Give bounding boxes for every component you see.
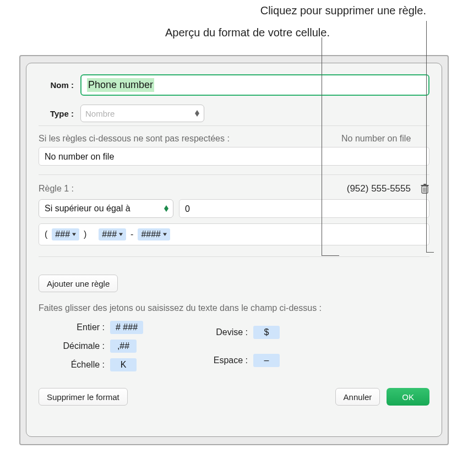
- integer-label: Entier :: [39, 322, 105, 332]
- callout-leader: [322, 255, 339, 256]
- token-text: ####: [141, 229, 161, 239]
- divider: [39, 174, 429, 175]
- format-field[interactable]: ( ### ) ### - ####: [39, 223, 429, 245]
- delete-format-button[interactable]: Supprimer le format: [39, 388, 128, 406]
- literal-text: -: [130, 229, 133, 239]
- name-input[interactable]: Phone number: [80, 74, 429, 96]
- threshold-input[interactable]: 0: [179, 199, 429, 218]
- callout-format-preview: Aperçu du format de votre cellule.: [165, 26, 330, 39]
- type-label: Type :: [39, 109, 74, 118]
- currency-label: Devise :: [182, 327, 248, 337]
- svg-marker-10: [72, 233, 76, 236]
- svg-marker-12: [163, 233, 167, 236]
- format-token[interactable]: ####: [138, 228, 170, 240]
- callout-leader: [426, 21, 427, 252]
- rule-preview: (952) 555-5555: [347, 183, 411, 194]
- svg-marker-1: [195, 113, 199, 117]
- unmatched-preview: No number on file: [341, 134, 429, 144]
- chevron-down-icon: [72, 232, 76, 237]
- callout-delete-rule: Cliquez pour supprimer une règle.: [260, 4, 426, 17]
- unmatched-input[interactable]: No number on file: [39, 147, 429, 166]
- chevron-up-down-icon: [164, 205, 168, 212]
- name-label: Nom :: [39, 80, 74, 90]
- cancel-button[interactable]: Annuler: [335, 388, 380, 406]
- type-value: Nombre: [85, 109, 115, 118]
- hint-text: Faites glisser des jetons ou saisissez d…: [39, 303, 429, 313]
- token-text: ###: [102, 229, 117, 239]
- format-token[interactable]: ###: [52, 228, 79, 240]
- callout-leader: [426, 252, 434, 253]
- space-label: Espace :: [182, 355, 248, 365]
- svg-marker-9: [164, 209, 168, 212]
- window-frame: Nom : Phone number Type : Nombre Si les …: [19, 55, 449, 445]
- scale-token[interactable]: K: [110, 358, 137, 371]
- callout-leader: [322, 37, 322, 255]
- rule-title: Règle 1 :: [39, 184, 74, 194]
- svg-marker-11: [119, 233, 123, 236]
- space-token[interactable]: –: [253, 354, 280, 367]
- divider: [39, 256, 429, 257]
- unmatched-label: Si les règles ci-dessous ne sont pas res…: [39, 134, 331, 144]
- name-value-text: Phone number: [87, 78, 154, 92]
- trash-icon[interactable]: [420, 183, 429, 195]
- literal-text: ): [84, 229, 86, 239]
- svg-rect-4: [423, 184, 426, 185]
- decimal-label: Décimale :: [39, 341, 105, 351]
- token-text: ###: [55, 229, 70, 239]
- chevron-down-icon: [119, 232, 123, 237]
- ok-button[interactable]: OK: [387, 388, 429, 406]
- svg-rect-3: [421, 185, 428, 186]
- chevron-up-down-icon: [195, 110, 199, 117]
- decimal-token[interactable]: ,##: [110, 340, 137, 353]
- divider: [39, 125, 429, 126]
- currency-token[interactable]: $: [253, 326, 280, 339]
- literal-text: (: [45, 229, 47, 239]
- format-token[interactable]: ###: [99, 228, 126, 240]
- type-select[interactable]: Nombre: [80, 105, 204, 122]
- chevron-down-icon: [163, 232, 167, 237]
- scale-label: Échelle :: [39, 360, 105, 370]
- integer-token[interactable]: # ###: [110, 321, 143, 334]
- condition-select[interactable]: Si supérieur ou égal à: [39, 199, 173, 218]
- custom-format-dialog: Nom : Phone number Type : Nombre Si les …: [26, 63, 442, 437]
- add-rule-button[interactable]: Ajouter une règle: [39, 275, 118, 292]
- condition-value: Si supérieur ou égal à: [45, 204, 130, 214]
